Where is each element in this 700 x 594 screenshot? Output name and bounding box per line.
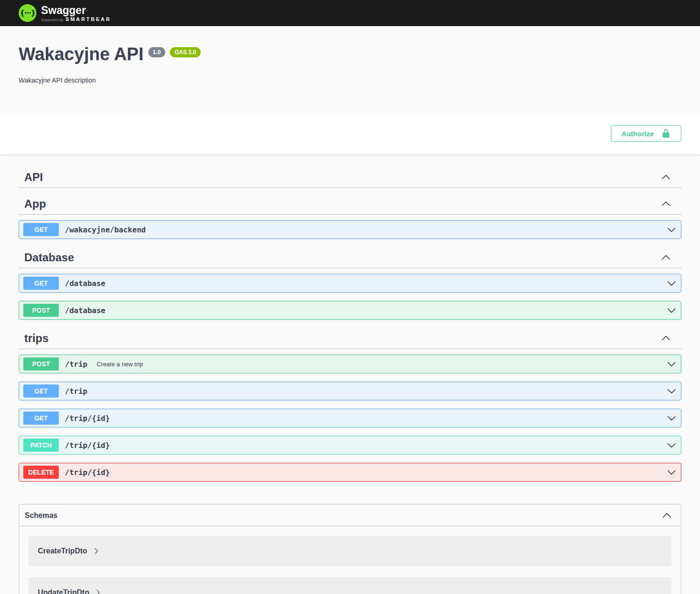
expand-chevron-down-icon[interactable] [667,306,676,315]
model-card[interactable]: CreateTripDto [28,536,672,566]
section-header[interactable]: API [19,167,681,188]
operation-row[interactable]: POST /database [19,301,681,320]
oas-badge: OAS 3.0 [170,47,201,57]
scheme-container: Authorize [0,112,700,154]
operation-path: /trip [65,360,87,369]
expand-chevron-down-icon[interactable] [667,468,676,477]
expand-chevron-down-icon[interactable] [667,440,676,450]
swagger-logo[interactable]: {···} Swagger. Supported by SMARTBEAR [19,4,111,22]
operation-row[interactable]: GET /trip/{id} [19,409,681,427]
page-title: Wakacyjne API [19,44,144,64]
method-badge: GET [23,384,59,398]
operation-path: /database [65,306,105,315]
api-info-section: Wakacyjne API 1.0 OAS 3.0 Wakacyjne API … [0,26,700,112]
expand-chevron-right-icon[interactable] [93,548,99,554]
authorize-label: Authorize [622,130,654,138]
schemas-section: Schemas CreateTripDto UpdateTripDto [19,504,681,594]
expand-chevron-down-icon[interactable] [667,413,676,423]
operation-row[interactable]: DELETE /trip/{id} [19,463,681,482]
method-badge: PATCH [23,439,59,452]
authorize-button[interactable]: Authorize [611,125,681,142]
method-badge: DELETE [23,466,59,479]
section-title: trips [24,332,49,344]
expand-chevron-right-icon[interactable] [95,589,101,594]
collapse-chevron-up-icon[interactable] [661,173,671,182]
method-badge: POST [23,304,59,317]
operation-path: /wakacyjne/backend [65,225,146,234]
model-card[interactable]: UpdateTripDto [28,577,672,594]
section-title: App [24,198,46,210]
supported-by-label: Supported by [41,18,63,22]
smartbear-label: SMARTBEAR [66,16,111,22]
tag-section: Database GET /database POST /database [19,247,681,320]
swagger-logo-icon: {···} [19,4,36,22]
section-operations: GET /wakacyjne/backend [19,220,681,239]
model-title: CreateTripDto [38,547,87,555]
section-operations: GET /database POST /database [19,274,681,320]
section-header[interactable]: trips [19,328,681,349]
operation-path: /trip/{id} [65,441,110,450]
api-description: Wakacyjne API description [19,77,681,84]
method-badge: GET [23,223,59,236]
method-badge: GET [23,412,59,425]
collapse-chevron-up-icon[interactable] [662,511,672,520]
tag-section: trips POST /trip Create a new trip GET /… [19,328,681,482]
version-badge: 1.0 [148,47,166,57]
section-header[interactable]: App [19,194,681,215]
brand-trademark: . [86,7,87,13]
method-badge: GET [23,277,59,290]
operation-path: /trip/{id} [65,468,110,477]
schemas-title: Schemas [25,511,57,520]
expand-chevron-down-icon[interactable] [667,279,676,288]
tag-section: API [19,167,681,188]
section-title: API [24,171,43,183]
operation-row[interactable]: PATCH /trip/{id} [19,436,681,454]
section-title: Database [24,252,74,264]
operation-row[interactable]: GET /wakacyjne/backend [19,220,681,239]
operation-path: /database [65,279,105,288]
section-operations: POST /trip Create a new trip GET /trip G… [19,355,681,482]
schemas-header[interactable]: Schemas [19,504,681,526]
topbar: {···} Swagger. Supported by SMARTBEAR [0,0,700,26]
operation-row[interactable]: POST /trip Create a new trip [19,355,681,373]
collapse-chevron-up-icon[interactable] [661,253,671,262]
models-list: CreateTripDto UpdateTripDto [19,526,681,594]
operation-path: /trip/{id} [65,414,110,423]
section-header[interactable]: Database [19,247,681,268]
brand-name: Swagger. [41,5,111,16]
expand-chevron-down-icon[interactable] [667,386,676,396]
operation-path: /trip [65,387,87,396]
swagger-logo-glyph: {···} [20,9,35,17]
collapse-chevron-up-icon[interactable] [661,334,671,343]
operation-row[interactable]: GET /trip [19,382,681,400]
expand-chevron-down-icon[interactable] [667,225,676,234]
operations-container: API App GET /wakacyjne/backend Database [0,154,700,482]
unlocked-padlock-icon [661,129,671,138]
tag-section: App GET /wakacyjne/backend [19,194,681,239]
method-badge: POST [23,357,59,370]
operation-row[interactable]: GET /database [19,274,681,293]
collapse-chevron-up-icon[interactable] [661,199,671,209]
model-title: UpdateTripDto [38,588,89,594]
expand-chevron-down-icon[interactable] [667,359,676,369]
operation-summary: Create a new trip [97,361,143,368]
